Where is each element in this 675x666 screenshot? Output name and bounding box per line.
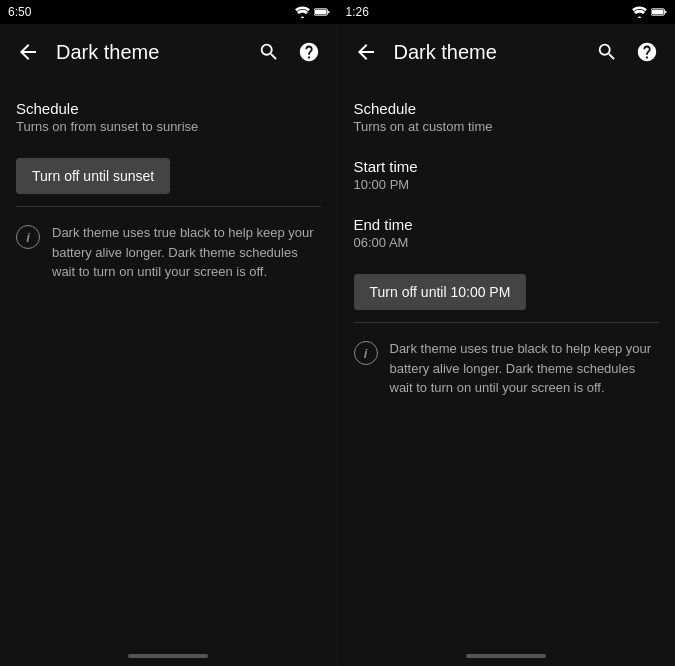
left-back-icon bbox=[16, 40, 40, 64]
right-panel: Dark theme Schedule Turns on at custom t… bbox=[338, 24, 676, 666]
right-end-time-label: End time bbox=[354, 216, 660, 233]
svg-rect-2 bbox=[314, 10, 326, 14]
right-start-time-label: Start time bbox=[354, 158, 660, 175]
battery-icon bbox=[314, 7, 330, 17]
left-panel: Dark theme Schedule Turns on from sunset… bbox=[0, 24, 338, 666]
left-top-bar: Dark theme bbox=[0, 24, 337, 80]
right-wifi-icon bbox=[632, 6, 647, 18]
left-back-button[interactable] bbox=[8, 32, 48, 72]
right-end-time-value: 06:00 AM bbox=[354, 235, 660, 250]
right-top-bar: Dark theme bbox=[338, 24, 676, 80]
right-back-button[interactable] bbox=[346, 32, 386, 72]
right-status-bar: 1:26 bbox=[338, 0, 676, 24]
right-start-time-value: 10:00 PM bbox=[354, 177, 660, 192]
left-page-title: Dark theme bbox=[56, 41, 249, 64]
left-home-indicator bbox=[0, 646, 337, 666]
left-help-button[interactable] bbox=[289, 32, 329, 72]
left-status-bar: 6:50 bbox=[0, 0, 338, 24]
right-schedule-subtitle: Turns on at custom time bbox=[354, 119, 660, 134]
right-time: 1:26 bbox=[346, 5, 369, 19]
right-battery-icon bbox=[651, 7, 667, 17]
right-help-button[interactable] bbox=[627, 32, 667, 72]
right-info-row: i Dark theme uses true black to help kee… bbox=[338, 323, 676, 414]
left-time: 6:50 bbox=[8, 5, 31, 19]
left-help-icon bbox=[298, 41, 320, 63]
left-schedule-section: Schedule Turns on from sunset to sunrise bbox=[0, 88, 337, 146]
right-info-text: Dark theme uses true black to help keep … bbox=[390, 339, 660, 398]
svg-rect-5 bbox=[652, 10, 664, 14]
right-search-icon bbox=[596, 41, 618, 63]
right-home-indicator bbox=[338, 646, 676, 666]
left-search-button[interactable] bbox=[249, 32, 289, 72]
right-action-button[interactable]: Turn off until 10:00 PM bbox=[354, 274, 527, 310]
left-info-row: i Dark theme uses true black to help kee… bbox=[0, 207, 337, 298]
left-schedule-subtitle: Turns on from sunset to sunrise bbox=[16, 119, 321, 134]
right-status-icons bbox=[632, 6, 667, 18]
left-search-icon bbox=[258, 41, 280, 63]
left-info-text: Dark theme uses true black to help keep … bbox=[52, 223, 321, 282]
left-schedule-title: Schedule bbox=[16, 100, 321, 117]
svg-rect-4 bbox=[665, 11, 666, 14]
svg-rect-1 bbox=[328, 11, 329, 14]
right-end-time-section: End time 06:00 AM bbox=[338, 204, 676, 262]
right-back-icon bbox=[354, 40, 378, 64]
left-info-icon: i bbox=[16, 225, 40, 249]
left-home-bar bbox=[128, 654, 208, 658]
right-help-icon bbox=[636, 41, 658, 63]
right-home-bar bbox=[466, 654, 546, 658]
right-start-time-section: Start time 10:00 PM bbox=[338, 146, 676, 204]
right-schedule-title: Schedule bbox=[354, 100, 660, 117]
left-action-button[interactable]: Turn off until sunset bbox=[16, 158, 170, 194]
wifi-icon bbox=[295, 6, 310, 18]
left-status-icons bbox=[295, 6, 330, 18]
left-content: Schedule Turns on from sunset to sunrise… bbox=[0, 80, 337, 646]
right-search-button[interactable] bbox=[587, 32, 627, 72]
right-info-icon: i bbox=[354, 341, 378, 365]
right-page-title: Dark theme bbox=[394, 41, 588, 64]
right-content: Schedule Turns on at custom time Start t… bbox=[338, 80, 676, 646]
right-schedule-section: Schedule Turns on at custom time bbox=[338, 88, 676, 146]
